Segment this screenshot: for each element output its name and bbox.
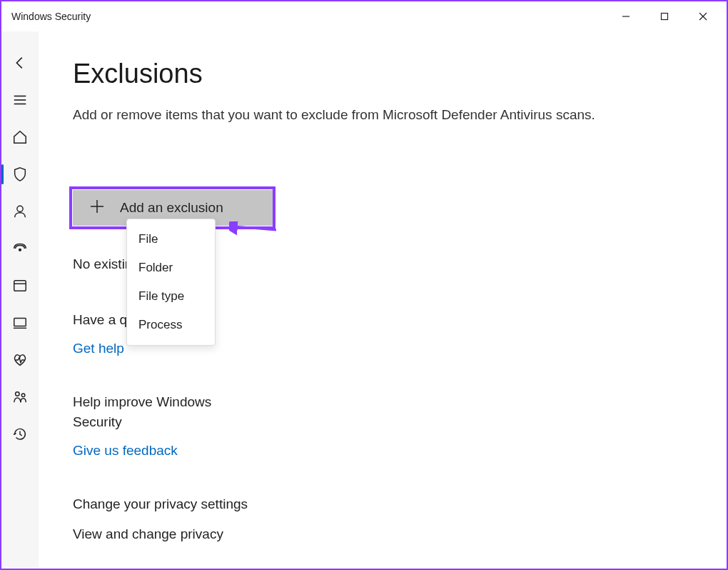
sidebar-item-family-options[interactable] bbox=[1, 379, 39, 416]
back-arrow-icon bbox=[12, 55, 28, 71]
windows-security-window: Windows Security bbox=[0, 0, 728, 570]
titlebar: Windows Security bbox=[1, 1, 727, 31]
close-icon bbox=[698, 11, 708, 21]
titlebar-buttons bbox=[607, 1, 722, 31]
back-button[interactable] bbox=[1, 44, 39, 81]
sidebar-item-firewall[interactable] bbox=[1, 230, 39, 267]
account-icon bbox=[12, 204, 28, 219]
dropdown-item-folder[interactable]: Folder bbox=[127, 254, 215, 282]
feedback-section: Help improve Windows Security Give us fe… bbox=[73, 392, 692, 459]
dropdown-item-file[interactable]: File bbox=[127, 225, 215, 254]
close-button[interactable] bbox=[684, 1, 722, 31]
sidebar-item-protection-history[interactable] bbox=[1, 416, 39, 453]
sidebar-item-app-browser[interactable] bbox=[1, 267, 39, 304]
sidebar-item-device-performance[interactable] bbox=[1, 341, 39, 379]
privacy-body: View and change privacy bbox=[73, 524, 692, 545]
history-icon bbox=[12, 426, 28, 442]
sidebar-item-home[interactable] bbox=[1, 119, 39, 156]
feedback-heading: Help improve Windows Security bbox=[73, 392, 258, 433]
page-title: Exclusions bbox=[73, 59, 692, 89]
main-content: Exclusions Add or remove items that you … bbox=[39, 31, 727, 569]
menu-button[interactable] bbox=[1, 81, 39, 119]
exclusion-type-dropdown: File Folder File type Process bbox=[126, 219, 216, 346]
device-security-icon bbox=[12, 315, 28, 331]
hamburger-icon bbox=[12, 92, 28, 108]
sidebar-item-device-security[interactable] bbox=[1, 304, 39, 341]
firewall-icon bbox=[12, 241, 28, 256]
minimize-icon bbox=[622, 12, 630, 21]
content-area: Exclusions Add or remove items that you … bbox=[1, 31, 727, 569]
svg-point-7 bbox=[17, 206, 23, 211]
privacy-section: Change your privacy settings View and ch… bbox=[73, 494, 692, 545]
family-icon bbox=[12, 389, 28, 405]
get-help-link[interactable]: Get help bbox=[73, 341, 124, 356]
app-browser-icon bbox=[12, 278, 28, 294]
sidebar-item-account-protection[interactable] bbox=[1, 193, 39, 230]
svg-point-8 bbox=[19, 249, 21, 251]
add-exclusion-area: Add an exclusion File Folder File type P… bbox=[73, 190, 273, 226]
privacy-heading: Change your privacy settings bbox=[73, 494, 358, 515]
home-icon bbox=[12, 129, 28, 145]
heart-health-icon bbox=[12, 352, 28, 368]
give-feedback-link[interactable]: Give us feedback bbox=[73, 443, 178, 459]
dropdown-item-process[interactable]: Process bbox=[127, 311, 215, 339]
svg-rect-11 bbox=[14, 319, 26, 326]
minimize-button[interactable] bbox=[607, 1, 645, 31]
sidebar-item-virus-protection[interactable] bbox=[1, 156, 39, 193]
svg-rect-9 bbox=[14, 281, 26, 291]
window-title: Windows Security bbox=[11, 11, 91, 22]
shield-icon bbox=[12, 166, 28, 182]
maximize-icon bbox=[660, 12, 669, 21]
dropdown-item-file-type[interactable]: File type bbox=[127, 282, 215, 311]
sidebar bbox=[1, 31, 39, 569]
svg-rect-1 bbox=[662, 14, 668, 20]
svg-point-14 bbox=[21, 394, 25, 397]
svg-point-13 bbox=[16, 392, 19, 396]
add-exclusion-label: Add an exclusion bbox=[120, 200, 223, 216]
maximize-button[interactable] bbox=[645, 1, 684, 31]
plus-icon bbox=[90, 199, 104, 216]
page-subtitle: Add or remove items that you want to exc… bbox=[73, 105, 692, 126]
